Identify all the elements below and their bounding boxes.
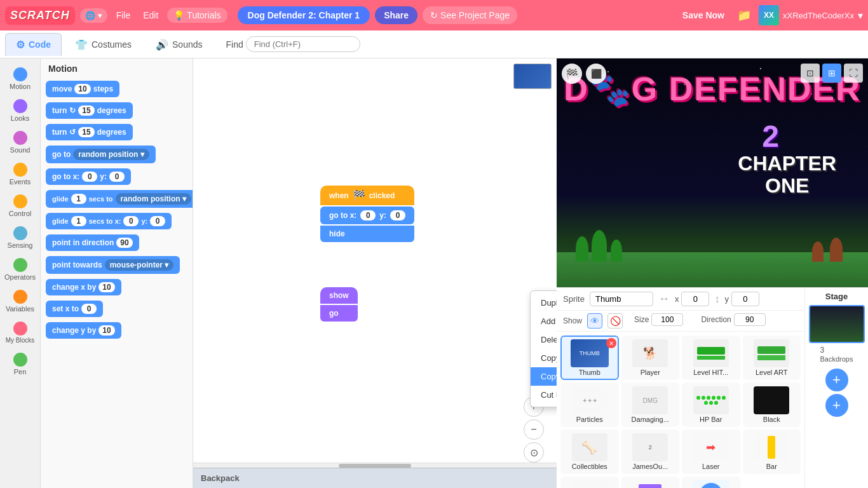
add-sprite-button[interactable]: + bbox=[825, 369, 848, 391]
sprite-item-bar[interactable]: Bar bbox=[743, 430, 801, 474]
block-turn-right[interactable]: turn ↻ 15 degrees bbox=[46, 100, 187, 121]
green-flag-button[interactable]: 🏁 bbox=[562, 64, 582, 84]
go-to-random-block[interactable]: go to random position ▾ bbox=[46, 146, 156, 163]
block-point-direction[interactable]: point in direction 90 bbox=[46, 233, 187, 253]
move-steps-block[interactable]: move 10 steps bbox=[46, 81, 119, 97]
category-operators[interactable]: Operators bbox=[2, 254, 39, 285]
point-direction-block[interactable]: point in direction 90 bbox=[46, 234, 139, 251]
backpack-bar[interactable]: Backpack bbox=[193, 468, 557, 488]
folder-icon[interactable]: 📁 bbox=[735, 6, 754, 25]
category-sound[interactable]: Sound bbox=[2, 127, 39, 158]
see-project-button[interactable]: ↻ See Project Page bbox=[423, 6, 517, 24]
category-my-blocks[interactable]: My Blocks bbox=[2, 318, 39, 348]
sprite-item-collectibles[interactable]: 🦴 Collectibles bbox=[560, 430, 619, 474]
hide-eye-button[interactable]: 🚫 bbox=[607, 313, 623, 329]
sprite-y-input[interactable] bbox=[731, 292, 759, 306]
tab-costumes[interactable]: 👕 Costumes bbox=[64, 33, 142, 56]
sprite-item-thumb[interactable]: THUMB ✕ Thumb bbox=[560, 336, 619, 380]
turn-right-block[interactable]: turn ↻ 15 degrees bbox=[46, 102, 133, 119]
stop-button[interactable]: ⬛ bbox=[586, 64, 606, 84]
sprite-item-james[interactable]: 2 JamesOu... bbox=[621, 430, 680, 474]
category-control[interactable]: Control bbox=[2, 191, 39, 221]
sprite-name-input[interactable] bbox=[590, 292, 653, 306]
language-selector[interactable]: 🌐 ▾ bbox=[80, 8, 107, 23]
when-clicked-block[interactable]: when 🏁 clicked bbox=[320, 186, 414, 205]
sprite-item-player[interactable]: 🐕 Player bbox=[621, 336, 680, 380]
file-menu[interactable]: File bbox=[112, 8, 135, 23]
block-change-y[interactable]: change y by 10 bbox=[46, 320, 187, 341]
stage-fullscreen-view[interactable]: ⛶ bbox=[844, 64, 863, 83]
block-glide-random[interactable]: glide 1 secs to random position ▾ bbox=[46, 188, 187, 210]
context-duplicate[interactable]: Duplicate bbox=[531, 294, 557, 312]
category-looks[interactable]: Looks bbox=[2, 95, 39, 126]
hide-block-canvas[interactable]: hide bbox=[320, 226, 414, 242]
turn-left-block[interactable]: turn ↺ 15 degrees bbox=[46, 124, 133, 140]
block-go-to-random[interactable]: go to random position ▾ bbox=[46, 144, 187, 165]
script-canvas[interactable]: when 🏁 clicked go to x: 0 y: 0 hide show bbox=[193, 58, 557, 488]
sprite-item-particles[interactable]: ✦✦✦ Particles bbox=[560, 383, 619, 427]
category-variables[interactable]: Variables bbox=[2, 286, 39, 316]
block-turn-left[interactable]: turn ↺ 15 degrees bbox=[46, 122, 187, 142]
horizontal-scrollbar[interactable] bbox=[193, 463, 557, 468]
point-towards-block[interactable]: point towards mouse-pointer ▾ bbox=[46, 256, 180, 274]
sprite-x-input[interactable] bbox=[681, 292, 709, 306]
stage-small-view[interactable]: ⊡ bbox=[801, 64, 820, 83]
zoom-fit-button[interactable]: ⊙ bbox=[524, 442, 544, 463]
looks-color-dot bbox=[13, 99, 27, 113]
edit-menu[interactable]: Edit bbox=[139, 8, 162, 23]
user-avatar[interactable]: XX xXRedTheCoderXx ▾ bbox=[759, 5, 863, 25]
tutorials-button[interactable]: 💡 Tutorials bbox=[167, 8, 227, 23]
script-area[interactable]: when 🏁 clicked go to x: 0 y: 0 hide show bbox=[193, 58, 557, 488]
context-copy-block[interactable]: Copy Block bbox=[531, 367, 557, 386]
category-pen[interactable]: Pen bbox=[2, 349, 39, 379]
zoom-out-button[interactable]: − bbox=[524, 419, 544, 440]
save-now-button[interactable]: Save Now bbox=[677, 8, 729, 23]
sprite-item-level-art[interactable]: Level ART bbox=[743, 336, 801, 380]
project-title[interactable]: Dog Defender 2: Chapter 1 bbox=[238, 6, 370, 24]
show-block-canvas[interactable]: show bbox=[320, 287, 358, 304]
glide-xy-block[interactable]: glide 1 secs to x: 0 y: 0 bbox=[46, 213, 172, 229]
sprite-item-ui[interactable]: UI UI bbox=[682, 477, 740, 488]
change-y-block[interactable]: change y by 10 bbox=[46, 322, 121, 339]
block-change-x[interactable]: change x by 10 bbox=[46, 277, 187, 297]
block-point-towards[interactable]: point towards mouse-pointer ▾ bbox=[46, 254, 187, 276]
stage-normal-view[interactable]: ⊞ bbox=[822, 64, 841, 83]
block-set-x[interactable]: set x to 0 bbox=[46, 299, 187, 319]
set-x-block[interactable]: set x to 0 bbox=[46, 301, 103, 317]
category-motion[interactable]: Motion bbox=[2, 64, 39, 94]
sprite-item-black[interactable]: Black bbox=[743, 383, 801, 427]
sprite-item-level-hit[interactable]: Level HIT... bbox=[682, 336, 740, 380]
sprite-item-laser[interactable]: ➡ Laser bbox=[682, 430, 740, 474]
size-input[interactable] bbox=[651, 313, 683, 326]
block-glide-xy[interactable]: glide 1 secs to x: 0 y: 0 bbox=[46, 211, 187, 231]
category-events[interactable]: Events bbox=[2, 159, 39, 189]
add-stage-button[interactable]: + bbox=[825, 394, 848, 417]
sprite-item-bark[interactable]: )) Bark bbox=[560, 477, 619, 488]
stage-backdrop-thumbnail[interactable] bbox=[809, 305, 865, 343]
change-x-block[interactable]: change x by 10 bbox=[46, 279, 121, 295]
sprite-item-bite[interactable]: Bite bbox=[621, 477, 680, 488]
sprite-item-hp-bar[interactable]: HP Bar bbox=[682, 383, 740, 427]
sprite-label: Sprite bbox=[563, 294, 585, 304]
direction-input[interactable] bbox=[734, 313, 766, 326]
show-eye-button[interactable]: 👁 bbox=[587, 313, 602, 329]
share-button[interactable]: Share bbox=[375, 6, 417, 24]
block-go-to-xy[interactable]: go to x: 0 y: 0 bbox=[46, 166, 187, 187]
context-copy-all[interactable]: Copy All bbox=[531, 349, 557, 367]
goto-xy-block-canvas[interactable]: go to x: 0 y: 0 bbox=[320, 207, 414, 224]
stage-playback-controls: 🏁 ⬛ bbox=[562, 64, 606, 84]
tab-sounds[interactable]: 🔊 Sounds bbox=[145, 33, 213, 56]
context-add-comment[interactable]: Add Comment bbox=[531, 312, 557, 330]
go-block-canvas[interactable]: go bbox=[320, 305, 358, 322]
glide-random-block[interactable]: glide 1 secs to random position ▾ bbox=[46, 190, 193, 208]
go-to-xy-block[interactable]: go to x: 0 y: 0 bbox=[46, 168, 131, 185]
sprite-item-damaging[interactable]: DMG Damaging... bbox=[621, 383, 680, 427]
block-move-steps[interactable]: move 10 steps bbox=[46, 79, 187, 99]
context-delete-block[interactable]: Delete Block bbox=[531, 330, 557, 349]
sprite-thumb-player: 🐕 bbox=[632, 339, 668, 367]
context-cut-block[interactable]: Cut Block bbox=[531, 386, 557, 404]
find-input[interactable] bbox=[246, 36, 360, 52]
category-sensing[interactable]: Sensing bbox=[2, 222, 39, 253]
tab-code[interactable]: ⚙ Code bbox=[5, 33, 62, 56]
delete-thumb-button[interactable]: ✕ bbox=[606, 338, 616, 348]
